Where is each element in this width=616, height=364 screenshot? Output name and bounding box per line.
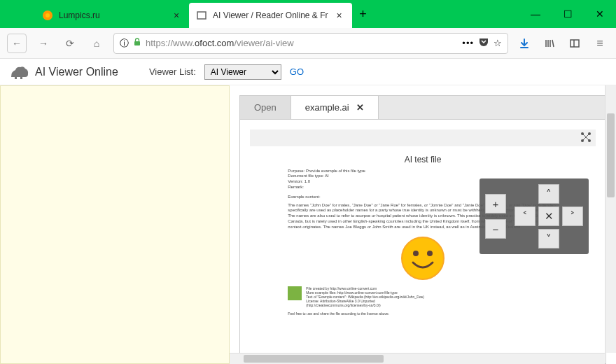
smiley-icon [400,236,445,281]
file-tab-close-icon[interactable]: ✕ [356,102,364,113]
go-link[interactable]: GO [290,66,304,77]
pan-left-button[interactable]: ˂ [514,206,536,226]
info-icon[interactable]: ⓘ [120,37,129,50]
window-controls: — ☐ ✕ [519,0,616,28]
tab-title: AI Viewer / Reader Online & Fr [213,10,328,20]
reload-button[interactable]: ⟳ [60,34,80,53]
app-header: AI Viewer Online Viewer List: AI Viewer … [0,59,616,85]
favicon-lumpics [42,10,53,21]
app-title: AI Viewer Online [35,66,118,78]
scrollbar-horizontal[interactable] [230,353,605,364]
viewer-select[interactable]: AI Viewer [204,64,281,80]
pan-right-button[interactable]: ˃ [562,206,583,226]
doc-title: AI test file [288,155,557,166]
menu-icon[interactable]: ≡ [591,34,609,52]
svg-point-10 [402,237,444,279]
open-tab-label: Open [254,102,276,113]
tab-title: Lumpics.ru [59,10,165,20]
star-icon[interactable]: ☆ [493,38,502,48]
doc-feel-free: Feel free to use and share the file acco… [288,312,557,316]
maximize-button[interactable]: ☐ [552,0,584,28]
doc-footer: File created by http://www.online-conver… [288,286,557,307]
file-tab-label: example.ai [305,102,349,113]
pan-down-button[interactable]: ˅ [538,229,559,248]
ad-sidebar [0,85,230,364]
library-icon[interactable] [540,34,559,52]
url-text: https://www.ofoct.com/viewer/ai-view [146,38,458,48]
viewer-tabs: Open example.ai ✕ [239,95,606,119]
pan-reset-button[interactable]: ✕ [538,206,559,226]
fullscreen-icon[interactable] [580,132,592,145]
tab-lumpics[interactable]: Lumpics.ru × [35,3,189,28]
svg-rect-3 [134,41,140,46]
browser-titlebar: Lumpics.ru × AI Viewer / Reader Online &… [0,0,616,28]
tab-close-icon[interactable]: × [334,10,345,21]
favicon-aiviewer [196,10,207,21]
url-bar[interactable]: ⓘ https://www.ofoct.com/viewer/ai-view •… [113,33,508,54]
forward-button[interactable]: → [34,34,53,53]
open-tab[interactable]: Open [240,96,291,119]
bear-icon [10,64,29,80]
main-panel: Open example.ai ✕ AI test file Purpose: … [230,85,616,364]
dpad: ˄ ˂ ✕ ˃ ˅ [514,184,583,248]
pocket-icon[interactable] [478,37,489,49]
content-area: Open example.ai ✕ AI test file Purpose: … [0,85,616,364]
svg-point-12 [427,251,433,256]
back-button[interactable]: ← [7,34,27,53]
svg-rect-2 [197,12,206,19]
browser-toolbar: ← → ⟳ ⌂ ⓘ https://www.ofoct.com/viewer/a… [0,28,616,59]
pan-up-button[interactable]: ˄ [538,184,559,204]
cc-badge-icon [288,286,302,300]
new-tab-button[interactable]: + [352,0,374,28]
file-tab[interactable]: example.ai ✕ [291,96,379,119]
viewer-toolbar [250,130,596,146]
download-icon[interactable] [515,34,533,52]
nav-panel: + − ˄ ˂ ✕ ˃ ˅ [479,178,589,254]
minimize-button[interactable]: — [519,0,552,28]
home-button[interactable]: ⌂ [87,34,106,53]
tab-close-icon[interactable]: × [171,10,182,21]
doc-footer-text: File created by http://www.online-conver… [306,286,424,307]
svg-point-11 [413,251,419,256]
tab-aiviewer[interactable]: AI Viewer / Reader Online & Fr × [189,3,352,28]
lock-icon[interactable] [133,38,141,48]
zoom-out-button[interactable]: − [485,219,506,239]
viewer-body: AI test file Purpose: Provide example of… [239,119,606,364]
svg-rect-4 [570,40,579,47]
app-logo: AI Viewer Online [10,64,118,80]
more-icon[interactable]: ••• [462,38,474,48]
scrollbar-vertical[interactable] [605,85,616,353]
zoom-in-button[interactable]: + [485,194,506,214]
viewer-list-label: Viewer List: [149,66,196,77]
sidebar-icon[interactable] [566,34,584,52]
svg-point-1 [46,13,50,18]
close-button[interactable]: ✕ [584,0,616,28]
